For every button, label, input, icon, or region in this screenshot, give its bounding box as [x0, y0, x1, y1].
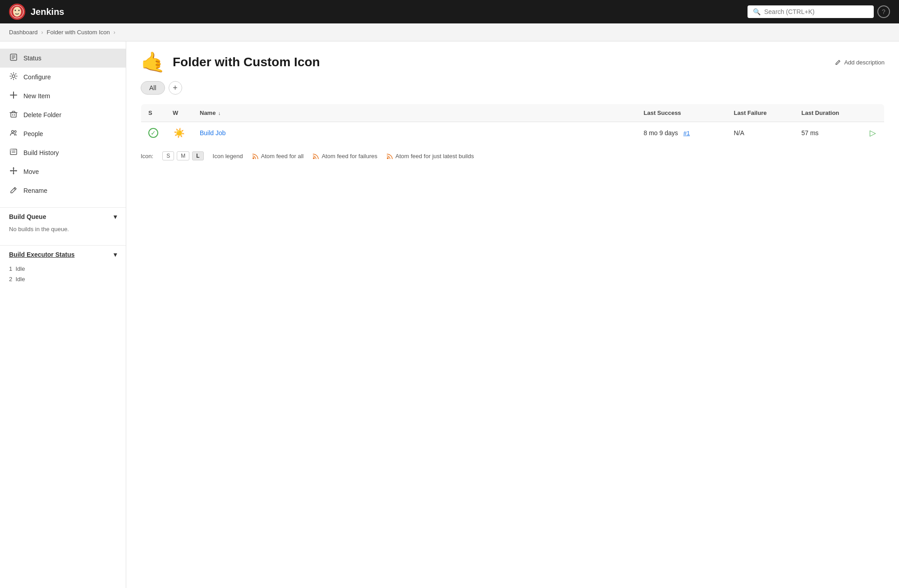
sidebar-item-move-label: Move	[23, 168, 39, 175]
icon-size-s[interactable]: S	[162, 151, 174, 160]
job-last-failure-cell: N/A	[727, 122, 794, 144]
svg-line-28	[14, 188, 15, 190]
jenkins-title: Jenkins	[31, 7, 64, 17]
svg-rect-12	[11, 113, 16, 117]
sidebar-item-people[interactable]: People	[0, 124, 126, 143]
job-link[interactable]: Build Job	[200, 129, 226, 137]
col-header-actions	[862, 104, 885, 122]
svg-point-17	[14, 131, 16, 132]
page-title-row: 🤙 Folder with Custom Icon Add descriptio…	[141, 52, 885, 72]
help-button[interactable]: ?	[877, 5, 890, 18]
sidebar-item-delete-folder[interactable]: Delete Folder	[0, 105, 126, 124]
icon-size-m[interactable]: M	[177, 151, 189, 160]
status-icon	[9, 53, 18, 63]
svg-point-9	[12, 75, 15, 77]
build-executor-title[interactable]: Build Executor Status	[9, 251, 74, 258]
icon-size-buttons: S M L	[162, 151, 203, 160]
sidebar-item-configure[interactable]: Configure	[0, 68, 126, 87]
feed-failures-link[interactable]: Atom feed for failures	[312, 153, 377, 160]
folder-custom-icon: 🤙	[141, 52, 165, 72]
build-queue-content: No builds in the queue.	[0, 224, 126, 238]
sidebar-item-configure-label: Configure	[23, 73, 51, 81]
table-footer-row: Icon: S M L Icon legend Atom feed for al…	[141, 151, 885, 160]
build-queue-collapse-icon: ▾	[114, 213, 117, 220]
sidebar-item-people-label: People	[23, 130, 43, 137]
svg-marker-26	[10, 170, 11, 172]
svg-point-16	[12, 131, 14, 133]
table-body: ✓ ☀️ Build Job 8 mo 9 days #1 N/A	[141, 122, 885, 144]
status-success-icon: ✓	[148, 128, 158, 138]
sidebar-item-delete-folder-label: Delete Folder	[23, 111, 61, 119]
header-left: Jenkins	[9, 4, 64, 20]
build-queue-section: Build Queue ▾ No builds in the queue.	[0, 207, 126, 238]
table-header: S W Name ↓ Last Success Last Failure Las…	[141, 104, 885, 122]
add-description-label: Add description	[844, 59, 885, 66]
feed-all-label: Atom feed for all	[261, 153, 304, 160]
svg-point-3	[15, 10, 16, 11]
build-history-icon	[9, 148, 18, 158]
executor-2-num: 2	[9, 276, 12, 283]
build-queue-header[interactable]: Build Queue ▾	[0, 208, 126, 224]
jenkins-logo	[9, 4, 25, 20]
build-executor-content: 1 Idle 2 Idle	[0, 262, 126, 290]
page-title: Folder with Custom Icon	[173, 55, 320, 69]
feed-failures-label: Atom feed for failures	[321, 153, 377, 160]
sidebar-item-build-history[interactable]: Build History	[0, 143, 126, 162]
job-status-cell: ✓	[141, 122, 166, 144]
run-job-button[interactable]: ▷	[870, 128, 876, 137]
tab-add-button[interactable]: +	[169, 81, 182, 95]
breadcrumb: Dashboard › Folder with Custom Icon ›	[0, 23, 899, 41]
svg-point-2	[13, 7, 21, 17]
job-weather-cell: ☀️	[165, 122, 193, 144]
move-icon	[9, 167, 18, 177]
search-box[interactable]: 🔍	[748, 5, 874, 18]
sidebar-item-new-item[interactable]: New Item	[0, 87, 126, 105]
job-last-duration-cell: 57 ms	[794, 122, 862, 144]
add-description-link[interactable]: Add description	[835, 59, 885, 66]
search-input[interactable]	[764, 8, 868, 15]
col-header-w: W	[165, 104, 193, 122]
sidebar-item-rename[interactable]: Rename	[0, 181, 126, 200]
new-item-icon	[9, 91, 18, 101]
breadcrumb-sep-1: ›	[41, 29, 43, 36]
svg-marker-27	[16, 170, 17, 172]
executor-2-status: Idle	[15, 276, 25, 283]
main-layout: Status Configure New Item Delete Folder	[0, 41, 899, 588]
header-search: 🔍 ?	[748, 5, 890, 18]
feed-latest-link[interactable]: Atom feed for just latest builds	[386, 153, 474, 160]
build-executor-section: Build Executor Status ▾ 1 Idle 2 Idle	[0, 245, 126, 290]
rename-icon	[9, 186, 18, 196]
svg-marker-24	[13, 167, 14, 169]
job-actions-cell: ▷	[862, 122, 885, 144]
sidebar-item-move[interactable]: Move	[0, 162, 126, 181]
feed-all-link[interactable]: Atom feed for all	[252, 153, 304, 160]
col-header-last-duration: Last Duration	[794, 104, 862, 122]
last-duration-text: 57 ms	[802, 129, 819, 137]
svg-point-29	[252, 157, 254, 159]
sidebar-item-rename-label: Rename	[23, 187, 47, 194]
build-queue-title: Build Queue	[9, 213, 46, 220]
icon-legend-link[interactable]: Icon legend	[213, 153, 243, 160]
tab-all[interactable]: All	[141, 81, 165, 95]
breadcrumb-folder[interactable]: Folder with Custom Icon	[47, 29, 110, 36]
col-header-last-failure: Last Failure	[727, 104, 794, 122]
main-content: 🤙 Folder with Custom Icon Add descriptio…	[126, 41, 899, 588]
build-num-link[interactable]: #1	[683, 130, 690, 137]
sidebar: Status Configure New Item Delete Folder	[0, 41, 126, 588]
build-queue-empty: No builds in the queue.	[9, 226, 69, 232]
svg-point-30	[313, 157, 315, 159]
icon-size-l[interactable]: L	[192, 151, 203, 160]
last-success-text: 8 mo 9 days	[644, 129, 678, 137]
breadcrumb-dashboard[interactable]: Dashboard	[9, 29, 38, 36]
icon-label: Icon:	[141, 153, 153, 160]
build-executor-header[interactable]: Build Executor Status ▾	[0, 246, 126, 262]
last-failure-text: N/A	[734, 129, 744, 137]
job-name-cell: Build Job	[193, 122, 637, 144]
sidebar-item-status[interactable]: Status	[0, 49, 126, 68]
delete-folder-icon	[9, 110, 18, 120]
svg-marker-25	[13, 173, 14, 174]
executor-1-num: 1	[9, 265, 12, 272]
jobs-table: S W Name ↓ Last Success Last Failure Las…	[141, 104, 885, 144]
job-last-success-cell: 8 mo 9 days #1	[637, 122, 727, 144]
executor-row-2: 2 Idle	[9, 274, 117, 284]
